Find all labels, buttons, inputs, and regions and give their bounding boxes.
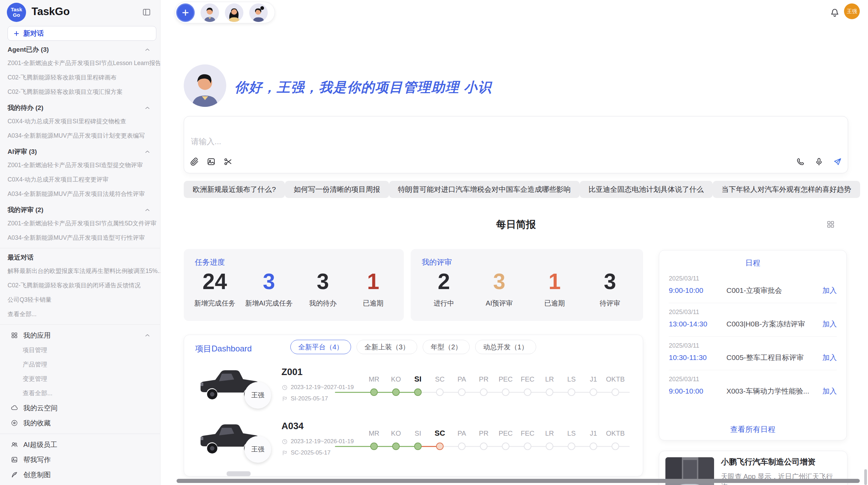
- flag-icon: [281, 450, 288, 456]
- sidebar-app-item[interactable]: 变更管理: [0, 372, 160, 386]
- suggestion-chip[interactable]: 欧洲新规最近颁布了什么?: [184, 181, 285, 198]
- sidebar-item[interactable]: C0X4-动力总成开发项目SI里程碑提交物检查: [0, 114, 160, 128]
- view-all-schedule-link[interactable]: 查看所有日程: [659, 424, 846, 435]
- sidebar-item-my-apps[interactable]: 我的应用: [0, 328, 160, 343]
- milestone[interactable]: SI: [407, 372, 429, 396]
- chat-input-card[interactable]: 请输入...: [184, 116, 848, 173]
- join-meeting-link[interactable]: 加入: [822, 319, 837, 329]
- add-assistant-button[interactable]: [176, 3, 195, 22]
- schedule-item[interactable]: 2025/03/119:00-10:00X003-车辆动力学性能验...加入: [669, 370, 837, 403]
- notifications-bell-icon[interactable]: [830, 8, 840, 18]
- milestone[interactable]: SI: [407, 426, 429, 450]
- milestone[interactable]: MR: [363, 426, 385, 450]
- sidebar-item[interactable]: Z001-全新燃油轻卡产品开发项目SI节点属性5D文件评审: [0, 216, 160, 231]
- milestone[interactable]: PR: [473, 426, 495, 450]
- sidebar-app-item[interactable]: 项目管理: [0, 343, 160, 357]
- milestone[interactable]: KO: [385, 426, 407, 450]
- user-avatar[interactable]: 王强: [844, 3, 860, 19]
- recent-conversation-item[interactable]: C02-飞腾新能源轻客改款项目的闭环通告反馈情况: [0, 278, 160, 293]
- sidebar-section: AI评审 (3)Z001-全新燃油轻卡产品开发项目SI造型提交物评审C0X4-动…: [0, 146, 160, 201]
- milestone[interactable]: OKTB: [604, 426, 626, 450]
- sidebar-recent-section: 最近对话解释最新出台的欧盟报废车法规再生塑料比例被调至15%...C02-飞腾新…: [0, 251, 160, 321]
- sidebar-section-header[interactable]: 我的评审 (2): [0, 204, 160, 216]
- screenshot-icon[interactable]: [223, 157, 233, 166]
- milestone-label: KO: [391, 372, 401, 386]
- dashboard-tab[interactable]: 年型（2）: [423, 340, 470, 354]
- dashboard-tab[interactable]: 动总开发（1）: [475, 340, 536, 354]
- milestone[interactable]: PA: [451, 372, 473, 396]
- voice-call-icon[interactable]: [796, 157, 805, 166]
- attach-file-icon[interactable]: [190, 157, 199, 166]
- schedule-item[interactable]: 2025/03/1110:30-11:30C005-整车工程目标评审加入: [669, 337, 837, 370]
- milestone[interactable]: SC: [429, 372, 451, 396]
- milestone-label: PR: [479, 372, 489, 386]
- milestone-label: LR: [545, 372, 554, 386]
- suggestion-chip[interactable]: 特朗普可能对进口汽车增税会对中国车企造成哪些影响: [389, 181, 580, 198]
- join-meeting-link[interactable]: 加入: [822, 286, 837, 295]
- project-row[interactable]: 王强A0342023-12-19~2026-01-19SC-2025-05-17…: [184, 414, 643, 468]
- milestone[interactable]: LR: [539, 426, 560, 450]
- horizontal-scrollbar[interactable]: [177, 479, 860, 483]
- milestone-label: MR: [369, 372, 379, 386]
- join-meeting-link[interactable]: 加入: [822, 353, 837, 362]
- suggestion-chip[interactable]: 当下年轻人对汽车外观有怎样的喜好趋势: [713, 181, 860, 198]
- sidebar-item[interactable]: A034-全新新能源MUV产品开发项目计划变更表编写: [0, 128, 160, 143]
- suggestion-chip[interactable]: 比亚迪全固态电池计划具体说了什么: [580, 181, 713, 198]
- collapse-sidebar-icon[interactable]: [142, 8, 151, 17]
- milestone[interactable]: FEC: [517, 372, 539, 396]
- sidebar-item[interactable]: A034-全新新能源MUV产品开发项目造型可行性评审: [0, 231, 160, 245]
- milestone[interactable]: SC: [429, 426, 451, 450]
- sidebar-item[interactable]: Z001-全新燃油皮卡产品开发项目SI节点Lesson Learn报告: [0, 56, 160, 70]
- milestone[interactable]: J1: [582, 372, 604, 396]
- recent-conversation-item[interactable]: 公司Q3轻卡销量: [0, 293, 160, 307]
- assistant-avatar[interactable]: [225, 3, 243, 22]
- milestone[interactable]: PEC: [495, 426, 517, 450]
- milestone[interactable]: LS: [560, 372, 582, 396]
- sidebar-item[interactable]: C02-飞腾新能源轻客改款项目立项汇报方案: [0, 85, 160, 99]
- dashboard-tab[interactable]: 全新平台（4）: [290, 340, 351, 354]
- sidebar-item-feather[interactable]: 创意制图: [0, 467, 160, 482]
- milestone[interactable]: OKTB: [604, 372, 626, 396]
- milestone[interactable]: LR: [539, 372, 560, 396]
- microphone-icon[interactable]: [814, 157, 824, 166]
- sidebar-section-header[interactable]: AI评审 (3): [0, 146, 160, 158]
- apps-view-all-link[interactable]: 查看全部...: [0, 386, 160, 400]
- sidebar-item[interactable]: C0X4-动力总成开发项目工程变更评审: [0, 172, 160, 187]
- join-meeting-link[interactable]: 加入: [822, 386, 837, 396]
- sidebar-item-write[interactable]: 帮我写作: [0, 452, 160, 467]
- assistant-avatar[interactable]: [249, 3, 268, 22]
- schedule-item[interactable]: 2025/03/1113:00-14:30C003|H0B-方案冻结评审加入: [669, 303, 837, 337]
- sidebar-item[interactable]: A034-全新新能源MUV产品开发项目法规符合性评审: [0, 187, 160, 201]
- schedule-item[interactable]: 2025/03/119:00-10:00C001-立项审批会加入: [669, 270, 837, 303]
- project-row[interactable]: 王强Z0012023-12-19~2027-01-19SI-2025-05-17…: [184, 360, 643, 414]
- milestone[interactable]: MR: [363, 372, 385, 396]
- sidebar-item[interactable]: Z001-全新燃油轻卡产品开发项目SI造型提交物评审: [0, 158, 160, 172]
- recent-view-all-link[interactable]: 查看全部...: [0, 307, 160, 321]
- milestone[interactable]: PR: [473, 372, 495, 396]
- dashboard-tab[interactable]: 全新上装（3）: [357, 340, 417, 354]
- milestone[interactable]: PA: [451, 426, 473, 450]
- insert-image-icon[interactable]: [206, 157, 216, 166]
- recent-conversation-item[interactable]: 解释最新出台的欧盟报废车法规再生塑料比例被调至15%...: [0, 264, 160, 278]
- sidebar-item[interactable]: C02-飞腾新能源轻客改款项目里程碑画布: [0, 70, 160, 85]
- layout-grid-icon[interactable]: [826, 220, 835, 229]
- assistant-avatar[interactable]: [201, 3, 219, 22]
- sidebar-item-label: 创意制图: [23, 470, 51, 480]
- sidebar-section-header[interactable]: 我的待办 (2): [0, 102, 160, 114]
- new-chat-button[interactable]: 新对话: [8, 26, 156, 41]
- milestone[interactable]: PEC: [495, 372, 517, 396]
- sidebar-item-cloud[interactable]: 我的云空间: [0, 400, 160, 415]
- send-icon[interactable]: [833, 157, 842, 166]
- vertical-scrollbar[interactable]: [864, 469, 867, 485]
- milestone[interactable]: LS: [560, 426, 582, 450]
- milestone[interactable]: J1: [582, 426, 604, 450]
- stat-value: 1: [534, 270, 575, 293]
- sidebar-section-header[interactable]: Agent已办 (3): [0, 43, 160, 56]
- milestone[interactable]: FEC: [517, 426, 539, 450]
- sidebar-item-star[interactable]: 我的收藏: [0, 415, 160, 431]
- sidebar-item-people[interactable]: AI超级员工: [0, 437, 160, 452]
- suggestion-chip[interactable]: 如何写一份清晰的项目周报: [285, 181, 389, 198]
- sidebar-app-item[interactable]: 产品管理: [0, 357, 160, 372]
- schedule-list: 2025/03/119:00-10:00C001-立项审批会加入2025/03/…: [669, 270, 837, 403]
- milestone[interactable]: KO: [385, 372, 407, 396]
